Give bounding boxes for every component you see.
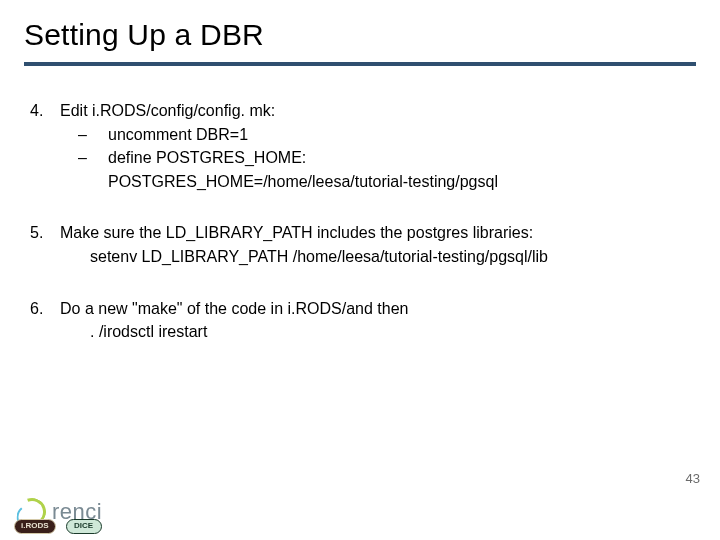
- dice-badge: DICE: [66, 519, 102, 534]
- dash: –: [78, 147, 108, 169]
- list-item: 6. Do a new "make" of the code in i.RODS…: [30, 298, 690, 343]
- slide-title: Setting Up a DBR: [24, 18, 696, 52]
- item-number: 4.: [30, 100, 60, 192]
- sub-sub-text: POSTGRES_HOME=/home/leesa/tutorial-testi…: [60, 171, 690, 193]
- item-body: Do a new "make" of the code in i.RODS/an…: [60, 298, 690, 343]
- sub-item: – uncomment DBR=1: [60, 124, 690, 146]
- page-number: 43: [686, 471, 700, 486]
- content-area: 4. Edit i.RODS/config/config. mk: – unco…: [24, 72, 696, 343]
- dash: –: [78, 124, 108, 146]
- title-underline: [24, 62, 696, 66]
- item-body: Edit i.RODS/config/config. mk: – uncomme…: [60, 100, 690, 192]
- slide: Setting Up a DBR 4. Edit i.RODS/config/c…: [0, 0, 720, 540]
- list-item: 5. Make sure the LD_LIBRARY_PATH include…: [30, 222, 690, 267]
- item-text: Edit i.RODS/config/config. mk:: [60, 100, 690, 122]
- item-text: Make sure the LD_LIBRARY_PATH includes t…: [60, 222, 690, 244]
- item-body: Make sure the LD_LIBRARY_PATH includes t…: [60, 222, 690, 267]
- sub-text: define POSTGRES_HOME:: [108, 147, 306, 169]
- sub-text: uncomment DBR=1: [108, 124, 248, 146]
- badge-row: i.RODS DICE: [14, 519, 102, 534]
- sub-item: – define POSTGRES_HOME:: [60, 147, 690, 169]
- item-text: Do a new "make" of the code in i.RODS/an…: [60, 298, 690, 320]
- item-number: 5.: [30, 222, 60, 267]
- irods-badge: i.RODS: [14, 519, 56, 534]
- list-item: 4. Edit i.RODS/config/config. mk: – unco…: [30, 100, 690, 192]
- item-number: 6.: [30, 298, 60, 343]
- title-block: Setting Up a DBR: [24, 18, 696, 66]
- command-text: . /irodsctl irestart: [60, 321, 690, 343]
- command-text: setenv LD_LIBRARY_PATH /home/leesa/tutor…: [60, 246, 690, 268]
